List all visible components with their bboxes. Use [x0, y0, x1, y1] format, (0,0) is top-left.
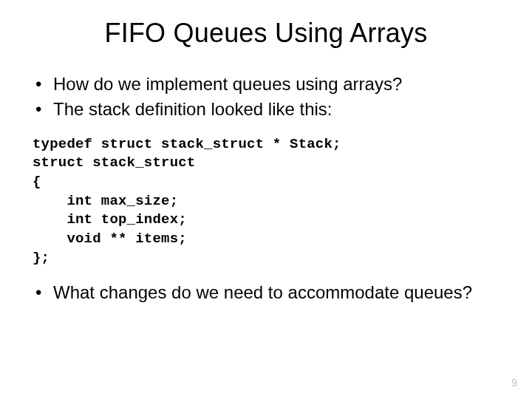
bullet-item: How do we implement queues using arrays? — [33, 72, 499, 96]
bullet-item: What changes do we need to accommodate q… — [33, 281, 499, 304]
slide-title: FIFO Queues Using Arrays — [33, 18, 499, 49]
bullet-list-top: How do we implement queues using arrays?… — [33, 72, 499, 122]
slide: FIFO Queues Using Arrays How do we imple… — [0, 0, 532, 399]
code-block: typedef struct stack_struct * Stack; str… — [33, 135, 499, 267]
bullet-item: The stack definition looked like this: — [33, 98, 499, 121]
page-number: 9 — [511, 377, 517, 389]
bullet-list-bottom: What changes do we need to accommodate q… — [33, 281, 499, 304]
